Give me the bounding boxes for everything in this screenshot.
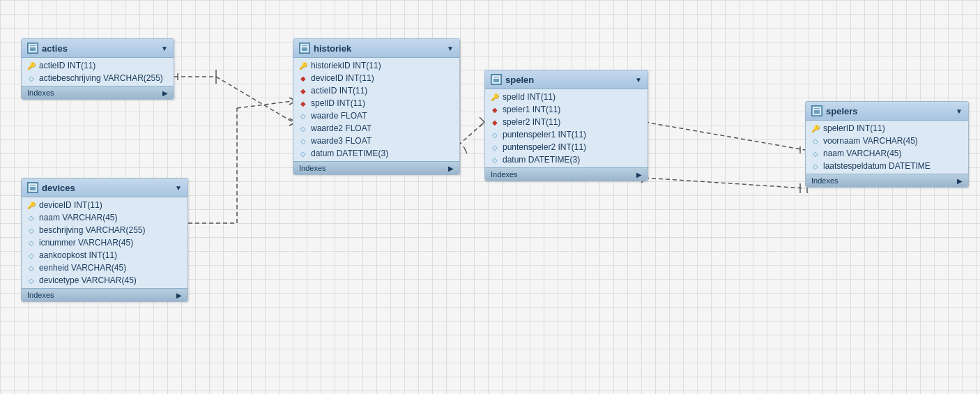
key-icon-spelers: 🔑 <box>811 124 820 132</box>
table-icon-spelen <box>491 74 502 85</box>
field-spelen-datum: ◇ datum DATETIME(3) <box>485 153 648 166</box>
table-spelen: spelen ▼ 🔑 spelId INT(11) ◆ speler1 INT(… <box>484 70 648 181</box>
svg-line-2 <box>216 77 293 122</box>
diamond-icon: ◇ <box>491 156 499 164</box>
indexes-arrow-acties: ▶ <box>162 89 168 97</box>
diamond-filled-icon: ◆ <box>491 118 499 126</box>
diamond-filled-icon: ◆ <box>299 74 307 82</box>
field-hist-datum: ◇ datum DATETIME(3) <box>293 147 459 160</box>
svg-rect-35 <box>813 107 820 114</box>
table-header-devices[interactable]: devices ▼ <box>22 179 187 197</box>
table-title-spelers: spelers <box>826 106 858 116</box>
field-naam-spelers: ◇ naam VARCHAR(45) <box>806 147 968 160</box>
table-fields-spelers: 🔑 spelerID INT(11) ◇ voornaam VARCHAR(45… <box>806 121 968 174</box>
indexes-row-spelen[interactable]: Indexes ▶ <box>485 167 648 181</box>
svg-line-17 <box>645 122 805 150</box>
table-title-spelen: spelen <box>505 75 534 85</box>
indexes-label-spelen: Indexes <box>491 170 518 179</box>
field-icnummer: ◇ icnummer VARCHAR(45) <box>22 236 187 249</box>
table-icon-historiek <box>299 43 310 54</box>
field-waarde: ◇ waarde FLOAT <box>293 109 459 122</box>
table-icon-devices <box>27 182 38 193</box>
diamond-icon: ◇ <box>491 130 499 139</box>
table-devices: devices ▼ 🔑 deviceID INT(11) ◇ naam VARC… <box>21 178 188 302</box>
key-icon-historiek: 🔑 <box>299 61 307 70</box>
diamond-icon: ◇ <box>811 149 820 158</box>
indexes-label-historiek: Indexes <box>299 164 326 172</box>
field-spelerid: 🔑 spelerID INT(11) <box>806 122 968 135</box>
field-naam: ◇ naam VARCHAR(45) <box>22 211 187 224</box>
field-puntenspeler2: ◇ puntenspeler2 INT(11) <box>485 141 648 153</box>
indexes-arrow-historiek: ▶ <box>448 165 454 172</box>
dropdown-arrow-devices[interactable]: ▼ <box>175 184 182 192</box>
field-spelid: 🔑 spelId INT(11) <box>485 91 648 103</box>
svg-line-22 <box>645 178 805 188</box>
table-icon-spelers <box>811 105 822 116</box>
key-icon-spelen: 🔑 <box>491 93 499 101</box>
dropdown-arrow-acties[interactable]: ▼ <box>161 45 168 52</box>
field-hist-deviceid: ◆ deviceID INT(11) <box>293 72 459 84</box>
indexes-label-spelers: Indexes <box>811 176 839 185</box>
diamond-icon: ◇ <box>299 137 307 145</box>
indexes-row-historiek[interactable]: Indexes ▶ <box>293 161 459 174</box>
diamond-icon: ◇ <box>27 213 36 222</box>
table-header-spelen[interactable]: spelen ▼ <box>485 70 648 89</box>
svg-rect-29 <box>29 184 36 191</box>
svg-rect-31 <box>301 45 308 52</box>
field-actieid: 🔑 actieID INT(11) <box>22 59 174 72</box>
table-header-spelers[interactable]: spelers ▼ <box>806 102 968 121</box>
diamond-icon: ◇ <box>491 143 499 151</box>
indexes-row-devices[interactable]: Indexes ▶ <box>22 288 187 301</box>
dropdown-arrow-spelers[interactable]: ▼ <box>956 107 963 115</box>
field-speler1: ◆ speler1 INT(11) <box>485 103 648 116</box>
table-title-devices: devices <box>42 183 75 193</box>
svg-rect-27 <box>29 45 36 52</box>
table-header-historiek[interactable]: historiek ▼ <box>293 39 459 58</box>
diamond-filled-icon: ◆ <box>299 99 307 107</box>
dropdown-arrow-historiek[interactable]: ▼ <box>447 45 454 52</box>
table-historiek: historiek ▼ 🔑 historiekID INT(11) ◆ devi… <box>293 38 460 175</box>
table-title-acties: acties <box>42 43 68 54</box>
diamond-filled-icon: ◆ <box>299 86 307 95</box>
svg-rect-33 <box>493 76 500 83</box>
field-hist-actieid: ◆ actieID INT(11) <box>293 84 459 97</box>
indexes-arrow-devices: ▶ <box>176 291 182 299</box>
dropdown-arrow-spelen[interactable]: ▼ <box>635 76 642 84</box>
field-waarde3: ◇ waarde3 FLOAT <box>293 135 459 147</box>
indexes-row-spelers[interactable]: Indexes ▶ <box>806 174 968 187</box>
diamond-icon: ◇ <box>27 238 36 247</box>
table-header-acties[interactable]: acties ▼ <box>22 39 174 58</box>
svg-line-16 <box>480 122 484 127</box>
diamond-icon: ◇ <box>27 74 36 82</box>
table-title-historiek: historiek <box>314 43 351 54</box>
diamond-icon: ◇ <box>299 149 307 158</box>
field-devicetype: ◇ devicetype VARCHAR(45) <box>22 274 187 287</box>
diamond-filled-icon: ◆ <box>491 105 499 114</box>
diagram-canvas: acties ▼ 🔑 actieID INT(11) ◇ actiebeschr… <box>0 0 980 394</box>
field-historiekid: 🔑 historiekID INT(11) <box>293 59 459 72</box>
svg-line-8 <box>237 101 293 108</box>
field-voornaam: ◇ voornaam VARCHAR(45) <box>806 135 968 147</box>
table-fields-historiek: 🔑 historiekID INT(11) ◆ deviceID INT(11)… <box>293 58 459 161</box>
indexes-arrow-spelers: ▶ <box>957 177 963 185</box>
field-aankoopkost: ◇ aankoopkost INT(11) <box>22 249 187 262</box>
table-fields-acties: 🔑 actieID INT(11) ◇ actiebeschrijving VA… <box>22 58 174 86</box>
field-speler2: ◆ speler2 INT(11) <box>485 116 648 128</box>
field-actiebeschrijving: ◇ actiebeschrijving VARCHAR(255) <box>22 72 174 84</box>
table-fields-spelen: 🔑 spelId INT(11) ◆ speler1 INT(11) ◆ spe… <box>485 89 648 167</box>
table-icon-acties <box>27 43 38 54</box>
field-beschrijving: ◇ beschrijving VARCHAR(255) <box>22 224 187 236</box>
diamond-icon: ◇ <box>811 162 820 170</box>
key-icon-devices: 🔑 <box>27 201 36 209</box>
table-acties: acties ▼ 🔑 actieID INT(11) ◇ actiebeschr… <box>21 38 174 100</box>
field-eenheid: ◇ eenheid VARCHAR(45) <box>22 262 187 274</box>
indexes-label-devices: Indexes <box>27 291 54 299</box>
svg-line-15 <box>480 117 484 122</box>
diamond-icon: ◇ <box>27 251 36 259</box>
diamond-icon: ◇ <box>299 112 307 120</box>
indexes-row-acties[interactable]: Indexes ▶ <box>22 86 174 99</box>
field-laatstespeldatum: ◇ laatstespeldatum DATETIME <box>806 160 968 172</box>
field-puntenspeler1: ◇ puntenspeler1 INT(11) <box>485 128 648 141</box>
field-deviceid: 🔑 deviceID INT(11) <box>22 199 187 211</box>
field-hist-spelid: ◆ spelID INT(11) <box>293 97 459 109</box>
